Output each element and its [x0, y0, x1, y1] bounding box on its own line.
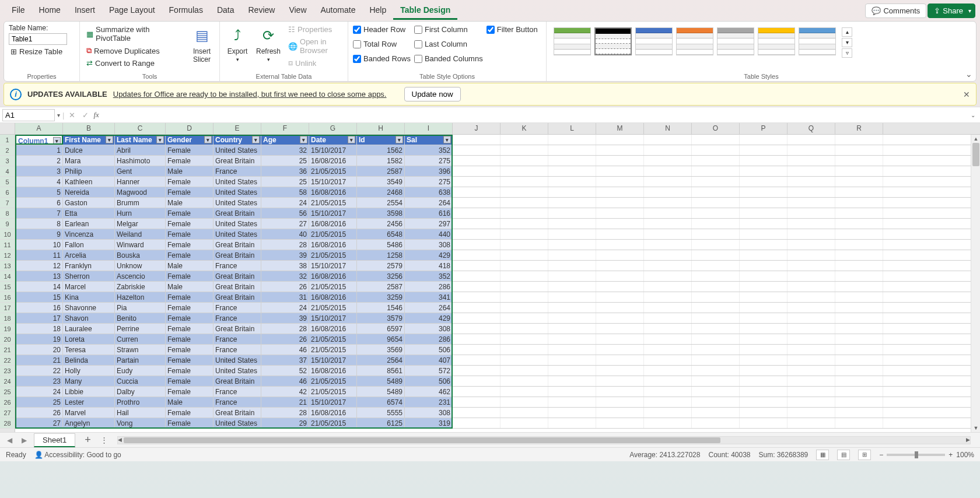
- cancel-formula-button[interactable]: ✕: [66, 111, 78, 120]
- table-cell[interactable]: 638: [405, 187, 453, 197]
- table-cell[interactable]: Loreta: [63, 334, 115, 344]
- table-cell[interactable]: France: [214, 166, 261, 176]
- table-cell[interactable]: 37: [261, 355, 309, 365]
- table-cell[interactable]: Benito: [115, 313, 166, 323]
- col-header-J[interactable]: J: [453, 123, 501, 134]
- table-row[interactable]: 22HollyEudyFemaleUnited States5216/08/20…: [15, 366, 980, 376]
- table-cell[interactable]: Female: [166, 324, 214, 334]
- table-cell[interactable]: 1: [15, 145, 63, 155]
- table-cell[interactable]: Lauralee: [63, 324, 115, 334]
- table-row[interactable]: 11ArceliaBouskaFemaleGreat Britain3921/0…: [15, 250, 980, 261]
- table-cell[interactable]: Lester: [63, 397, 115, 407]
- table-cell[interactable]: 15/10/2017: [309, 355, 357, 365]
- row-header[interactable]: 2: [0, 145, 15, 156]
- table-cell[interactable]: Kina: [63, 292, 115, 302]
- filter-button-checkbox[interactable]: Filter Button: [487, 24, 538, 35]
- banded-columns-checkbox[interactable]: Banded Columns: [414, 53, 483, 64]
- table-cell[interactable]: 3569: [357, 345, 405, 355]
- add-sheet-button[interactable]: +: [80, 434, 96, 446]
- table-cell[interactable]: 21/05/2015: [309, 282, 357, 292]
- sheet-more-button[interactable]: ⋮: [100, 436, 108, 444]
- table-cell[interactable]: Female: [166, 156, 214, 166]
- table-header-cell[interactable]: First Name▾: [63, 135, 115, 145]
- share-button[interactable]: ⇪Share: [928, 3, 975, 18]
- table-cell[interactable]: Belinda: [63, 355, 115, 365]
- row-header[interactable]: 27: [0, 408, 15, 418]
- table-cell[interactable]: 5489: [357, 376, 405, 386]
- row-header[interactable]: 5: [0, 177, 15, 187]
- col-header-P[interactable]: P: [740, 123, 788, 134]
- table-cell[interactable]: Hurn: [115, 208, 166, 218]
- table-cell[interactable]: Unknow: [115, 261, 166, 271]
- table-cell[interactable]: Ascencio: [115, 271, 166, 281]
- refresh-button[interactable]: ⟳Refresh▾: [254, 24, 283, 64]
- table-cell[interactable]: Female: [166, 313, 214, 323]
- table-cell[interactable]: 8: [15, 219, 63, 229]
- table-cell[interactable]: 396: [405, 166, 453, 176]
- filter-dropdown[interactable]: ▾: [204, 136, 212, 143]
- select-all-corner[interactable]: [0, 123, 15, 134]
- table-cell[interactable]: Female: [166, 334, 214, 344]
- table-cell[interactable]: 26: [261, 334, 309, 344]
- table-cell[interactable]: 28: [261, 324, 309, 334]
- table-cell[interactable]: Earlean: [63, 219, 115, 229]
- table-cell[interactable]: 27: [261, 219, 309, 229]
- table-cell[interactable]: Female: [166, 229, 214, 239]
- table-cell[interactable]: Marcel: [63, 282, 115, 292]
- menu-file[interactable]: File: [5, 2, 32, 20]
- table-cell[interactable]: Vong: [115, 418, 166, 428]
- row-header[interactable]: 12: [0, 250, 15, 261]
- table-cell[interactable]: 9: [15, 229, 63, 239]
- table-row[interactable]: 9VincenzaWeilandFemaleUnited States4021/…: [15, 229, 980, 240]
- table-row[interactable]: 15KinaHazeltonFemaleGreat Britain3116/08…: [15, 292, 980, 303]
- convert-range-button[interactable]: ⇄Convert to Range: [85, 58, 186, 69]
- table-cell[interactable]: 341: [405, 292, 453, 302]
- table-cell[interactable]: Curren: [115, 334, 166, 344]
- table-cell[interactable]: 15/10/2017: [309, 177, 357, 187]
- export-button[interactable]: ⤴Export▾: [225, 24, 250, 64]
- table-header-cell[interactable]: Last Name▾: [115, 135, 166, 145]
- table-style-swatch[interactable]: [799, 27, 836, 55]
- col-header-I[interactable]: I: [405, 123, 453, 134]
- table-cell[interactable]: Pia: [115, 303, 166, 313]
- menu-help[interactable]: Help: [362, 2, 393, 20]
- col-header-K[interactable]: K: [501, 123, 548, 134]
- col-header-N[interactable]: N: [644, 123, 692, 134]
- table-cell[interactable]: 40: [261, 229, 309, 239]
- table-cell[interactable]: Abril: [115, 145, 166, 155]
- table-cell[interactable]: 9654: [357, 334, 405, 344]
- table-cell[interactable]: United States: [214, 198, 261, 208]
- fx-icon[interactable]: fx: [93, 110, 99, 120]
- table-cell[interactable]: 1258: [357, 250, 405, 260]
- row-header[interactable]: 17: [0, 303, 15, 313]
- table-cell[interactable]: 15/10/2017: [309, 145, 357, 155]
- table-style-swatch[interactable]: [554, 27, 591, 55]
- table-cell[interactable]: Shavonne: [63, 303, 115, 313]
- row-header[interactable]: 14: [0, 271, 15, 282]
- table-row[interactable]: 4KathleenHannerFemaleUnited States2515/1…: [15, 177, 980, 187]
- row-header[interactable]: 6: [0, 187, 15, 198]
- table-row[interactable]: 3PhilipGentMaleFrance3621/05/20152587396: [15, 166, 980, 177]
- table-cell[interactable]: Magwood: [115, 187, 166, 197]
- table-cell[interactable]: 286: [405, 334, 453, 344]
- table-cell[interactable]: United States: [214, 145, 261, 155]
- sheet-tab[interactable]: Sheet1: [34, 433, 75, 447]
- page-break-view-button[interactable]: ⊞: [858, 450, 871, 460]
- expand-formula-bar[interactable]: ⌄: [968, 112, 978, 118]
- scroll-thumb[interactable]: [972, 143, 979, 166]
- table-cell[interactable]: 58: [261, 187, 309, 197]
- table-cell[interactable]: 429: [405, 313, 453, 323]
- table-cell[interactable]: 16/08/2016: [309, 219, 357, 229]
- table-cell[interactable]: 21/05/2015: [309, 303, 357, 313]
- table-cell[interactable]: 21: [15, 355, 63, 365]
- row-header[interactable]: 3: [0, 156, 15, 166]
- table-row[interactable]: 10FallonWinwardFemaleGreat Britain2816/0…: [15, 240, 980, 250]
- row-header[interactable]: 8: [0, 208, 15, 219]
- table-cell[interactable]: 572: [405, 366, 453, 376]
- table-cell[interactable]: 18: [15, 324, 63, 334]
- name-box[interactable]: [2, 109, 55, 121]
- row-header[interactable]: 18: [0, 313, 15, 324]
- table-cell[interactable]: Vincenza: [63, 229, 115, 239]
- table-cell[interactable]: France: [214, 397, 261, 407]
- table-cell[interactable]: 15/10/2017: [309, 397, 357, 407]
